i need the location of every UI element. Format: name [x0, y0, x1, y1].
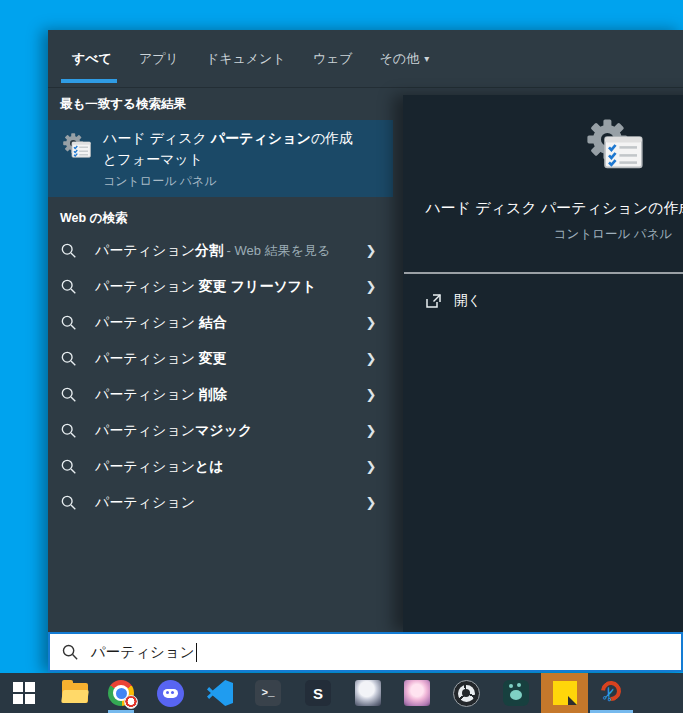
preview-subtitle: コントロール パネル [403, 226, 683, 243]
chevron-right-icon[interactable]: ❯ [361, 242, 381, 260]
chevron-right-icon[interactable]: ❯ [361, 458, 381, 476]
suggestion-text: パーティション分割 - Web 結果を見る [95, 242, 330, 260]
search-icon [60, 278, 78, 296]
taskbar-file-explorer-button[interactable] [51, 673, 99, 713]
taskbar-obs-button[interactable] [442, 673, 490, 713]
control-panel-applet-icon [60, 130, 92, 162]
chevron-right-icon[interactable]: ❯ [361, 350, 381, 368]
web-suggestion-item[interactable]: パーティション 変更 フリーソフト ❯ [48, 269, 393, 305]
search-icon [60, 422, 78, 440]
teal-app-icon [503, 680, 529, 706]
web-suggestion-list: パーティション分割 - Web 結果を見る ❯ パーティション 変更 フリーソフ… [48, 233, 393, 521]
suggestion-text: パーティション 結合 [95, 314, 227, 332]
chevron-right-icon[interactable]: ❯ [361, 278, 381, 296]
preview-divider [404, 272, 683, 274]
chevron-right-icon[interactable]: ❯ [361, 494, 381, 512]
taskbar-discord-button[interactable] [146, 673, 194, 713]
search-flyout-panel: すべて アプリ ドキュメント ウェブ その他 ▾ 最も一致する検索結果 [48, 30, 683, 672]
taskbar-sticky-notes-button[interactable] [541, 673, 588, 713]
search-icon [60, 314, 78, 332]
web-suggestion-item[interactable]: パーティション 変更 ❯ [48, 341, 393, 377]
active-tab-underline [61, 79, 117, 83]
taskbar-terminal-button[interactable]: >_ [244, 673, 292, 713]
game-avatar-2-icon [404, 680, 430, 706]
tab-more[interactable]: その他 ▾ [380, 50, 430, 68]
search-tabs-bar: すべて アプリ ドキュメント ウェブ その他 ▾ [48, 30, 683, 88]
suggestion-text: パーティション 削除 [95, 386, 227, 404]
snipping-tool-icon: ✂ [598, 679, 626, 707]
vscode-icon [207, 680, 233, 706]
results-pane: 最も一致する検索結果 [48, 88, 393, 632]
chevron-right-icon[interactable]: ❯ [361, 386, 381, 404]
web-suggestion-item[interactable]: パーティション ❯ [48, 485, 393, 521]
best-match-subtitle: コントロール パネル [103, 173, 217, 190]
web-suggestion-item[interactable]: パーティション 削除 ❯ [48, 377, 393, 413]
search-icon [60, 242, 78, 260]
windows-logo-icon [13, 682, 35, 704]
suggestion-text: パーティション 変更 [95, 350, 227, 368]
chevron-down-icon: ▾ [424, 53, 429, 64]
web-suggestion-item[interactable]: パーティション分割 - Web 結果を見る ❯ [48, 233, 393, 269]
obs-studio-icon [453, 680, 480, 707]
game-avatar-1-icon [355, 680, 381, 706]
chrome-profile-avatar [124, 695, 138, 709]
search-icon [60, 494, 78, 512]
taskbar-s-app-button[interactable]: S [294, 673, 342, 713]
open-external-icon [425, 293, 442, 310]
text-cursor [196, 643, 198, 662]
sticky-notes-icon [553, 681, 577, 705]
preview-title: ハード ディスク パーティションの作成とフォーマット [403, 199, 683, 218]
taskbar-game-avatar-1-button[interactable] [344, 673, 392, 713]
best-match-title: ハード ディスク パーティションの作成とフォーマット [103, 128, 363, 170]
open-button-label: 開く [454, 292, 481, 310]
terminal-icon: >_ [255, 680, 281, 706]
taskbar-snipping-tool-button[interactable]: ✂ [588, 673, 635, 713]
taskbar: >_ S ✂ [0, 673, 683, 713]
chrome-icon [108, 680, 134, 706]
web-suggestion-item[interactable]: パーティションマジック ❯ [48, 413, 393, 449]
discord-icon [157, 680, 184, 707]
tab-web[interactable]: ウェブ [313, 50, 353, 68]
web-search-header: Web の検索 [60, 210, 127, 227]
taskbar-vscode-button[interactable] [196, 673, 244, 713]
taskbar-teal-app-button[interactable] [492, 673, 540, 713]
taskbar-game-avatar-2-button[interactable] [393, 673, 441, 713]
search-bar[interactable]: パーティション [48, 632, 683, 672]
suggestion-text: パーティション 変更 フリーソフト [95, 278, 316, 296]
web-suggestion-item[interactable]: パーティションとは ❯ [48, 449, 393, 485]
suggestion-text: パーティションとは [95, 458, 224, 476]
taskbar-chrome-button[interactable] [97, 673, 145, 713]
chevron-right-icon[interactable]: ❯ [361, 422, 381, 440]
tab-apps[interactable]: アプリ [139, 50, 179, 68]
tab-all[interactable]: すべて [72, 50, 112, 68]
control-panel-applet-icon-large [581, 113, 645, 177]
tab-documents[interactable]: ドキュメント [206, 50, 286, 68]
best-match-item[interactable]: ハード ディスク パーティションの作成とフォーマット コントロール パネル [48, 120, 393, 197]
search-icon [60, 458, 78, 476]
search-icon [60, 386, 78, 404]
s-app-icon: S [305, 680, 331, 706]
preview-pane: ハード ディスク パーティションの作成とフォーマット コントロール パネル 開く [403, 95, 683, 632]
chevron-right-icon[interactable]: ❯ [361, 314, 381, 332]
suggestion-text: パーティション [95, 494, 195, 512]
search-icon [60, 350, 78, 368]
web-suggestion-item[interactable]: パーティション 結合 ❯ [48, 305, 393, 341]
best-match-header: 最も一致する検索結果 [60, 96, 186, 113]
search-icon [61, 643, 80, 662]
open-button[interactable]: 開く [425, 289, 481, 313]
start-button[interactable] [0, 673, 48, 713]
suggestion-text: パーティションマジック [95, 422, 252, 440]
search-input[interactable]: パーティション [91, 643, 195, 662]
file-explorer-icon [62, 683, 88, 703]
